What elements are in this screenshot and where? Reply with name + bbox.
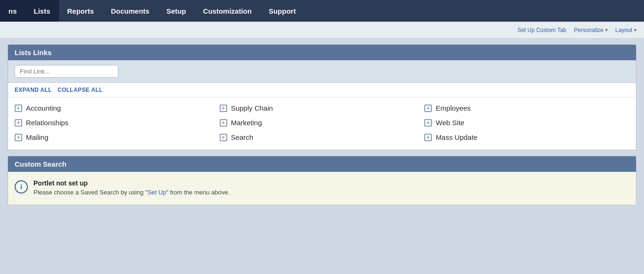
link-item-marketing[interactable]: Marketing	[220, 119, 425, 127]
portlet-setup-link[interactable]: Set Up	[148, 189, 166, 196]
expand-all-link[interactable]: EXPAND ALL	[15, 87, 52, 93]
links-column-2: Supply Chain Marketing Search	[220, 104, 425, 141]
expand-icon-supply-chain	[220, 105, 227, 112]
personalize-link[interactable]: Personalize ▾	[574, 27, 608, 33]
nav-item-customization[interactable]: Customization	[195, 0, 260, 22]
link-item-web-site[interactable]: Web Site	[424, 119, 629, 127]
setup-custom-tab-link[interactable]: Set Up Custom Tab	[517, 27, 566, 33]
nav-bar: ns Lists Reports Documents Setup Customi…	[0, 0, 644, 22]
nav-item-ns[interactable]: ns	[0, 0, 25, 22]
layout-link[interactable]: Layout ▾	[615, 27, 636, 33]
links-column-1: Accounting Relationships Mailing	[15, 104, 220, 141]
link-item-mass-update[interactable]: Mass Update	[424, 133, 629, 141]
expand-icon-mass-update	[424, 134, 432, 141]
expand-icon-marketing	[220, 119, 227, 127]
info-icon: i	[15, 180, 28, 193]
portlet-not-setup-content: Portlet not set up Please choose a Saved…	[33, 179, 230, 196]
portlet-not-setup-text: Please choose a Saved Search by using "S…	[33, 189, 230, 196]
utility-bar: Set Up Custom Tab Personalize ▾ Layout ▾	[0, 22, 644, 39]
nav-item-reports[interactable]: Reports	[59, 0, 103, 22]
lists-links-title: Lists Links	[8, 45, 636, 60]
expand-icon-mailing	[15, 134, 22, 141]
lists-links-portlet: Lists Links EXPAND ALL COLLAPSE ALL	[8, 44, 636, 150]
links-column-3: Employees Web Site Mass Update	[424, 104, 629, 141]
link-item-mailing[interactable]: Mailing	[15, 133, 220, 141]
portlet-not-setup-title: Portlet not set up	[33, 179, 230, 187]
find-link-search-bar	[8, 60, 636, 83]
link-item-supply-chain[interactable]: Supply Chain	[220, 104, 425, 112]
expand-icon-relationships	[15, 119, 22, 127]
custom-search-title: Custom Search	[8, 156, 636, 172]
collapse-all-link[interactable]: COLLAPSE ALL	[58, 87, 103, 93]
expand-icon-search	[220, 134, 227, 141]
link-item-relationships[interactable]: Relationships	[15, 119, 220, 127]
expand-collapse-bar: EXPAND ALL COLLAPSE ALL	[8, 83, 636, 97]
link-item-employees[interactable]: Employees	[424, 104, 629, 112]
expand-icon-employees	[424, 105, 432, 112]
lists-links-body: EXPAND ALL COLLAPSE ALL Accounting Relat…	[8, 60, 636, 150]
nav-item-documents[interactable]: Documents	[102, 0, 158, 22]
layout-chevron-icon: ▾	[634, 27, 636, 32]
main-content: Lists Links EXPAND ALL COLLAPSE ALL	[0, 39, 644, 211]
custom-search-body: i Portlet not set up Please choose a Sav…	[8, 172, 636, 205]
nav-item-lists[interactable]: Lists	[25, 0, 59, 22]
personalize-chevron-icon: ▾	[605, 27, 608, 32]
link-item-search[interactable]: Search	[220, 133, 425, 141]
find-link-input[interactable]	[15, 65, 118, 78]
expand-icon-web-site	[424, 119, 432, 127]
nav-item-setup[interactable]: Setup	[158, 0, 195, 22]
links-grid: Accounting Relationships Mailing	[8, 97, 636, 150]
expand-icon-accounting	[15, 105, 22, 112]
link-item-accounting[interactable]: Accounting	[15, 104, 220, 112]
nav-item-support[interactable]: Support	[260, 0, 305, 22]
custom-search-portlet: Custom Search i Portlet not set up Pleas…	[8, 156, 636, 205]
